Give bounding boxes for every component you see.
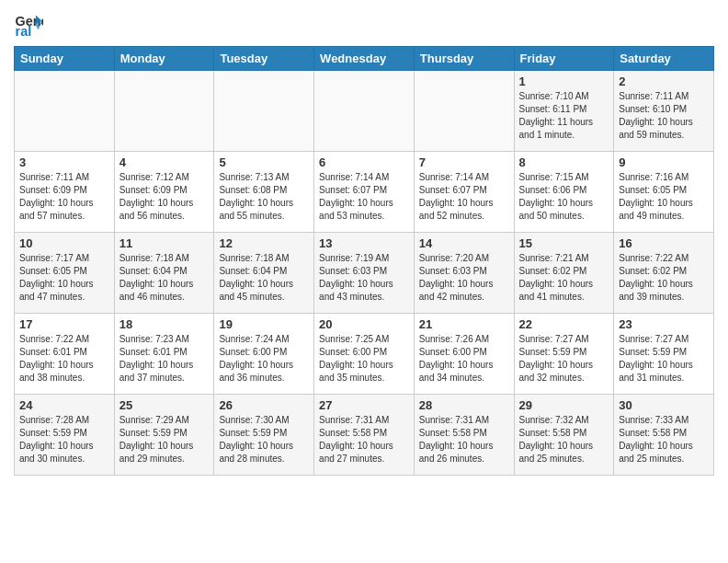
day-info: Sunrise: 7:29 AM Sunset: 5:59 PM Dayligh…	[119, 414, 210, 465]
day-info: Sunrise: 7:15 AM Sunset: 6:06 PM Dayligh…	[519, 171, 609, 223]
day-info: Sunrise: 7:19 AM Sunset: 6:03 PM Dayligh…	[319, 252, 409, 304]
day-number: 5	[219, 155, 309, 169]
calendar-cell: 13Sunrise: 7:19 AM Sunset: 6:03 PM Dayli…	[314, 233, 415, 314]
day-info: Sunrise: 7:13 AM Sunset: 6:08 PM Dayligh…	[219, 171, 309, 223]
day-number: 4	[119, 155, 210, 169]
calendar-cell: 21Sunrise: 7:26 AM Sunset: 6:00 PM Dayli…	[414, 314, 514, 395]
day-info: Sunrise: 7:18 AM Sunset: 6:04 PM Dayligh…	[119, 252, 210, 304]
calendar-cell: 6Sunrise: 7:14 AM Sunset: 6:07 PM Daylig…	[314, 152, 415, 233]
day-number: 11	[119, 236, 210, 250]
calendar-cell: 17Sunrise: 7:22 AM Sunset: 6:01 PM Dayli…	[15, 314, 115, 395]
calendar-cell: 27Sunrise: 7:31 AM Sunset: 5:58 PM Dayli…	[314, 395, 415, 476]
calendar-cell: 24Sunrise: 7:28 AM Sunset: 5:59 PM Dayli…	[15, 395, 115, 476]
calendar-cell: 7Sunrise: 7:14 AM Sunset: 6:07 PM Daylig…	[414, 152, 514, 233]
weekday-row: SundayMondayTuesdayWednesdayThursdayFrid…	[15, 47, 714, 71]
calendar-week-4: 17Sunrise: 7:22 AM Sunset: 6:01 PM Dayli…	[15, 314, 714, 395]
weekday-header-friday: Friday	[514, 47, 614, 71]
calendar-week-5: 24Sunrise: 7:28 AM Sunset: 5:59 PM Dayli…	[15, 395, 714, 476]
calendar-cell: 16Sunrise: 7:22 AM Sunset: 6:02 PM Dayli…	[614, 233, 714, 314]
calendar-cell: 23Sunrise: 7:27 AM Sunset: 5:59 PM Dayli…	[614, 314, 714, 395]
calendar-cell: 9Sunrise: 7:16 AM Sunset: 6:05 PM Daylig…	[614, 152, 714, 233]
logo: Gene ral	[14, 9, 47, 39]
weekday-header-tuesday: Tuesday	[214, 47, 314, 71]
day-info: Sunrise: 7:33 AM Sunset: 5:58 PM Dayligh…	[619, 414, 709, 465]
day-info: Sunrise: 7:27 AM Sunset: 5:59 PM Dayligh…	[519, 333, 609, 385]
day-number: 14	[419, 236, 509, 250]
page-container: Gene ral SundayMondayTuesdayWednesdayThu…	[0, 0, 728, 485]
calendar-cell: 11Sunrise: 7:18 AM Sunset: 6:04 PM Dayli…	[114, 233, 214, 314]
weekday-header-wednesday: Wednesday	[314, 47, 415, 71]
day-info: Sunrise: 7:11 AM Sunset: 6:10 PM Dayligh…	[619, 90, 709, 142]
day-info: Sunrise: 7:12 AM Sunset: 6:09 PM Dayligh…	[119, 171, 210, 223]
day-info: Sunrise: 7:26 AM Sunset: 6:00 PM Dayligh…	[419, 333, 509, 385]
day-info: Sunrise: 7:31 AM Sunset: 5:58 PM Dayligh…	[319, 414, 409, 465]
day-info: Sunrise: 7:31 AM Sunset: 5:58 PM Dayligh…	[419, 414, 509, 465]
day-number: 6	[319, 155, 409, 169]
day-number: 13	[319, 236, 409, 250]
day-number: 2	[619, 75, 709, 88]
header: Gene ral	[14, 9, 714, 39]
day-info: Sunrise: 7:23 AM Sunset: 6:01 PM Dayligh…	[119, 333, 210, 385]
svg-text:ral: ral	[16, 24, 32, 39]
day-number: 28	[419, 398, 509, 412]
day-number: 15	[519, 236, 609, 250]
calendar-cell: 26Sunrise: 7:30 AM Sunset: 5:59 PM Dayli…	[214, 395, 314, 476]
calendar-cell: 28Sunrise: 7:31 AM Sunset: 5:58 PM Dayli…	[414, 395, 514, 476]
day-info: Sunrise: 7:28 AM Sunset: 5:59 PM Dayligh…	[19, 414, 109, 465]
day-info: Sunrise: 7:10 AM Sunset: 6:11 PM Dayligh…	[519, 90, 609, 142]
calendar-cell: 5Sunrise: 7:13 AM Sunset: 6:08 PM Daylig…	[214, 152, 314, 233]
weekday-header-thursday: Thursday	[414, 47, 514, 71]
day-info: Sunrise: 7:22 AM Sunset: 6:02 PM Dayligh…	[619, 252, 709, 304]
day-info: Sunrise: 7:11 AM Sunset: 6:09 PM Dayligh…	[19, 171, 109, 223]
day-number: 7	[419, 155, 509, 169]
calendar-cell: 10Sunrise: 7:17 AM Sunset: 6:05 PM Dayli…	[15, 233, 115, 314]
weekday-header-monday: Monday	[114, 47, 214, 71]
day-number: 18	[119, 317, 210, 331]
day-number: 24	[19, 398, 109, 412]
calendar: SundayMondayTuesdayWednesdayThursdayFrid…	[14, 46, 714, 476]
day-number: 21	[419, 317, 509, 331]
calendar-cell: 15Sunrise: 7:21 AM Sunset: 6:02 PM Dayli…	[514, 233, 614, 314]
calendar-cell: 3Sunrise: 7:11 AM Sunset: 6:09 PM Daylig…	[15, 152, 115, 233]
day-number: 12	[219, 236, 309, 250]
calendar-cell: 22Sunrise: 7:27 AM Sunset: 5:59 PM Dayli…	[514, 314, 614, 395]
day-number: 1	[519, 75, 609, 88]
calendar-cell: 1Sunrise: 7:10 AM Sunset: 6:11 PM Daylig…	[514, 71, 614, 152]
calendar-cell: 12Sunrise: 7:18 AM Sunset: 6:04 PM Dayli…	[214, 233, 314, 314]
calendar-cell: 4Sunrise: 7:12 AM Sunset: 6:09 PM Daylig…	[114, 152, 214, 233]
day-info: Sunrise: 7:25 AM Sunset: 6:00 PM Dayligh…	[319, 333, 409, 385]
day-number: 10	[19, 236, 109, 250]
calendar-cell: 8Sunrise: 7:15 AM Sunset: 6:06 PM Daylig…	[514, 152, 614, 233]
calendar-cell: 14Sunrise: 7:20 AM Sunset: 6:03 PM Dayli…	[414, 233, 514, 314]
calendar-week-1: 1Sunrise: 7:10 AM Sunset: 6:11 PM Daylig…	[15, 71, 714, 152]
day-number: 9	[619, 155, 709, 169]
calendar-cell	[314, 71, 415, 152]
logo-icon: Gene ral	[14, 9, 43, 39]
day-number: 17	[19, 317, 109, 331]
day-number: 16	[619, 236, 709, 250]
day-info: Sunrise: 7:22 AM Sunset: 6:01 PM Dayligh…	[19, 333, 109, 385]
day-number: 27	[319, 398, 409, 412]
day-number: 29	[519, 398, 609, 412]
weekday-header-sunday: Sunday	[15, 47, 115, 71]
weekday-header-saturday: Saturday	[614, 47, 714, 71]
calendar-cell	[15, 71, 115, 152]
day-number: 26	[219, 398, 309, 412]
day-info: Sunrise: 7:32 AM Sunset: 5:58 PM Dayligh…	[519, 414, 609, 465]
day-number: 25	[119, 398, 210, 412]
day-number: 22	[519, 317, 609, 331]
day-info: Sunrise: 7:17 AM Sunset: 6:05 PM Dayligh…	[19, 252, 109, 304]
day-info: Sunrise: 7:14 AM Sunset: 6:07 PM Dayligh…	[419, 171, 509, 223]
day-number: 23	[619, 317, 709, 331]
calendar-week-2: 3Sunrise: 7:11 AM Sunset: 6:09 PM Daylig…	[15, 152, 714, 233]
calendar-cell	[414, 71, 514, 152]
calendar-cell: 18Sunrise: 7:23 AM Sunset: 6:01 PM Dayli…	[114, 314, 214, 395]
day-number: 30	[619, 398, 709, 412]
day-number: 20	[319, 317, 409, 331]
day-number: 19	[219, 317, 309, 331]
day-info: Sunrise: 7:30 AM Sunset: 5:59 PM Dayligh…	[219, 414, 309, 465]
calendar-cell: 19Sunrise: 7:24 AM Sunset: 6:00 PM Dayli…	[214, 314, 314, 395]
day-info: Sunrise: 7:18 AM Sunset: 6:04 PM Dayligh…	[219, 252, 309, 304]
calendar-cell	[114, 71, 214, 152]
calendar-cell: 30Sunrise: 7:33 AM Sunset: 5:58 PM Dayli…	[614, 395, 714, 476]
